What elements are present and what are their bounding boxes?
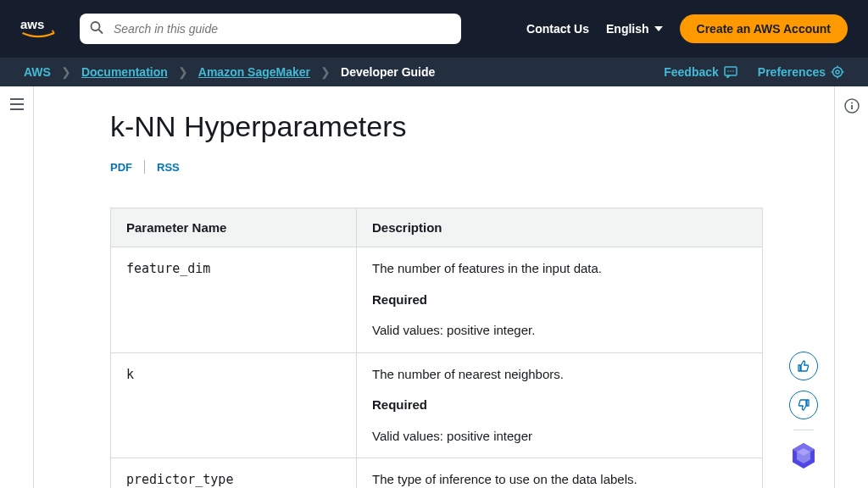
breadcrumb-sagemaker[interactable]: Amazon SageMaker <box>198 65 310 79</box>
doc-links: PDF RSS <box>110 160 800 174</box>
chevron-down-icon <box>654 26 663 31</box>
svg-point-7 <box>833 68 843 77</box>
main-header: aws Contact Us English Create an AWS Acc… <box>0 0 868 58</box>
table-row: feature_dimThe number of features in the… <box>111 247 763 353</box>
menu-toggle-icon[interactable] <box>10 98 24 113</box>
chevron-right-icon: ❯ <box>320 65 331 79</box>
preferences-label: Preferences <box>758 65 826 79</box>
breadcrumb-current: Developer Guide <box>341 65 435 79</box>
svg-point-4 <box>727 70 729 72</box>
feedback-link[interactable]: Feedback <box>664 65 737 79</box>
param-desc-cell: The number of nearest neighbors.Required… <box>357 352 763 458</box>
support-icon[interactable] <box>788 441 819 471</box>
breadcrumb-aws[interactable]: AWS <box>24 65 51 79</box>
info-icon[interactable] <box>844 98 860 116</box>
chevron-right-icon: ❯ <box>178 65 188 79</box>
aws-logo[interactable]: aws <box>20 16 63 42</box>
breadcrumb: AWS ❯ Documentation ❯ Amazon SageMaker ❯… <box>24 65 435 79</box>
svg-point-8 <box>836 70 839 74</box>
language-selector[interactable]: English <box>606 22 663 36</box>
rss-link[interactable]: RSS <box>145 161 192 174</box>
preferences-link[interactable]: Preferences <box>758 65 844 79</box>
left-rail <box>0 86 34 488</box>
breadcrumb-documentation[interactable]: Documentation <box>81 65 168 79</box>
feedback-label: Feedback <box>664 65 719 79</box>
table-row: predictor_typeThe type of inference to u… <box>111 458 763 489</box>
chevron-right-icon: ❯ <box>61 65 71 79</box>
svg-text:aws: aws <box>20 17 44 31</box>
right-rail <box>834 86 868 488</box>
svg-line-2 <box>99 30 103 34</box>
feedback-widget <box>788 352 819 471</box>
thumbs-up-button[interactable] <box>789 352 818 380</box>
table-header-desc: Description <box>357 208 763 247</box>
chat-icon <box>724 66 737 78</box>
language-label: English <box>606 22 649 36</box>
hyperparameters-table: Parameter Name Description feature_dimTh… <box>110 208 763 488</box>
contact-us-link[interactable]: Contact Us <box>526 22 589 36</box>
svg-point-5 <box>730 70 732 72</box>
content-area: k-NN Hyperparameters PDF RSS Parameter N… <box>34 86 834 488</box>
gear-icon <box>831 65 844 79</box>
svg-point-1 <box>92 22 100 30</box>
search-container <box>80 14 461 44</box>
divider <box>793 430 814 430</box>
table-row: kThe number of nearest neighbors.Require… <box>111 352 763 458</box>
create-account-button[interactable]: Create an AWS Account <box>680 14 848 43</box>
search-input[interactable] <box>80 14 461 44</box>
param-name-cell: predictor_type <box>111 458 357 489</box>
breadcrumb-bar: AWS ❯ Documentation ❯ Amazon SageMaker ❯… <box>0 58 868 86</box>
page-title: k-NN Hyperparameters <box>110 110 800 143</box>
pdf-link[interactable]: PDF <box>110 161 144 174</box>
thumbs-down-button[interactable] <box>789 391 818 419</box>
table-header-name: Parameter Name <box>111 208 357 247</box>
param-name-cell: feature_dim <box>111 247 357 353</box>
param-desc-cell: The number of features in the input data… <box>357 247 763 353</box>
param-desc-cell: The type of inference to use on the data… <box>357 458 763 489</box>
svg-point-6 <box>732 70 734 72</box>
param-name-cell: k <box>111 352 357 458</box>
svg-point-20 <box>851 103 853 104</box>
search-icon <box>90 21 103 37</box>
